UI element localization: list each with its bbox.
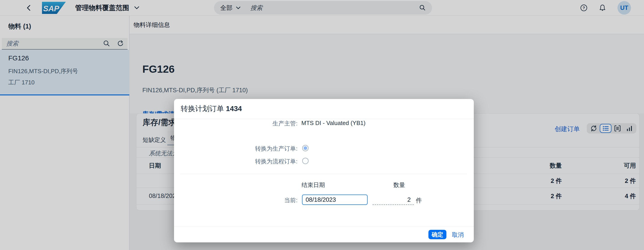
ok-button[interactable]: 确定 bbox=[428, 230, 446, 239]
dialog-header: 转换计划订单 1434 bbox=[174, 99, 474, 119]
end-date-column-label: 结束日期 bbox=[296, 181, 330, 189]
dialog-title: 转换计划订单 1434 bbox=[181, 104, 242, 114]
convert-planned-order-dialog: 转换计划订单 1434 生产主管: MTS DI - Valuated (YB1… bbox=[174, 99, 474, 242]
end-date-input[interactable] bbox=[302, 195, 368, 205]
quantity-column-label: 数量 bbox=[385, 181, 414, 189]
divider bbox=[180, 174, 467, 174]
radio-production-label: 转换为生产订单: bbox=[174, 145, 298, 153]
dialog-footer: 确定 取消 bbox=[174, 226, 474, 242]
cancel-button[interactable]: 取消 bbox=[452, 231, 464, 239]
supervisor-value: MTS DI - Valuated (YB1) bbox=[301, 120, 366, 127]
quantity-field[interactable]: 2 bbox=[372, 195, 414, 205]
app-screen: SAP 管理物料覆盖范围 全部 ? bbox=[0, 0, 644, 250]
radio-process-order[interactable] bbox=[302, 158, 308, 164]
quantity-unit: 件 bbox=[416, 196, 422, 205]
radio-production-order[interactable] bbox=[302, 145, 308, 151]
order-number: 1434 bbox=[226, 105, 242, 113]
current-row-label: 当前: bbox=[174, 196, 298, 204]
radio-process-label: 转换为流程订单: bbox=[174, 158, 298, 165]
supervisor-label: 生产主管: bbox=[174, 120, 298, 127]
